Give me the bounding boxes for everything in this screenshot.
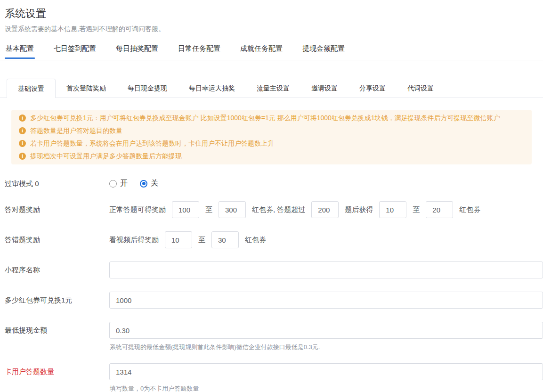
coupon-rate-input[interactable]: [109, 292, 543, 309]
radio-icon: [140, 180, 147, 188]
correct-reward-extra-max-input[interactable]: [426, 201, 453, 218]
tab-daily-lucky-draw[interactable]: 每日幸运大抽奖: [178, 79, 246, 98]
alert-text: 若卡用户答题数量，系统将会在用户达到该答题数时，卡住用户不让用户答题数上升: [30, 137, 274, 150]
min-withdraw-label: 最低提现金额: [5, 322, 109, 335]
form-row-coupon-exchange-rate: 多少红包券可兑换1元: [5, 292, 543, 309]
form-row-miniapp-name: 小程序名称: [5, 261, 543, 278]
radio-option-off[interactable]: 关: [140, 179, 158, 188]
tab-withdraw-amount-config[interactable]: 提现金额配置: [301, 41, 346, 60]
wrong-reward-max-input[interactable]: [211, 231, 239, 248]
info-alert: 多少红包券可兑换1元：用户可将红包券兑换成至现金账户 比如设置1000红包券=1…: [11, 110, 532, 164]
tab-traffic-owner-settings[interactable]: 流量主设置: [246, 79, 300, 98]
audit-mode-radio-group: 开 关: [109, 179, 158, 188]
wrong-reward-prefix: 看视频后得奖励: [109, 236, 159, 245]
correct-reward-controls: 正常答题可得奖励 至 红包券, 答题超过 题后获得 至 红包券: [109, 201, 486, 218]
range-to-text: 至: [198, 236, 205, 245]
top-tabbar: 基本配置 七日签到配置 每日抽奖配置 日常任务配置 成就任务配置 提现金额配置: [0, 41, 543, 60]
miniapp-name-label: 小程序名称: [5, 261, 109, 275]
tab-first-login-reward[interactable]: 首次登陆奖励: [56, 79, 117, 98]
tab-basic-config[interactable]: 基本配置: [5, 41, 35, 60]
miniapp-name-controls: [109, 261, 543, 278]
system-settings-page: 系统设置 设置系统需要的基本信息,若遇到不理解的可询问客服。 基本配置 七日签到…: [0, 7, 543, 392]
correct-reward-suffix: 红包券: [459, 205, 480, 214]
radio-icon: [109, 180, 117, 188]
min-withdraw-help: 系统可提现的最低金额(提现规则首此条件影响)微信企业付款接口最低是0.3元.: [109, 343, 543, 351]
min-withdraw-controls: 系统可提现的最低金额(提现规则首此条件影响)微信企业付款接口最低是0.3元.: [109, 322, 543, 351]
wrong-reward-suffix: 红包券: [245, 236, 266, 245]
alert-text: 多少红包券可兑换1元：用户可将红包券兑换成至现金账户 比如设置1000红包券=1…: [30, 112, 500, 124]
form-row-audit-mode: 过审模式 0 开 关: [5, 179, 543, 188]
tab-seven-day-signin-config[interactable]: 七日签到配置: [53, 41, 97, 60]
correct-reward-after-text: 题后获得: [345, 205, 373, 214]
audit-mode-label: 过审模式 0: [5, 179, 109, 188]
alert-line: 多少红包券可兑换1元：用户可将红包券兑换成至现金账户 比如设置1000红包券=1…: [19, 112, 524, 124]
page-title: 系统设置: [5, 7, 543, 21]
tab-daily-task-config[interactable]: 日常任务配置: [177, 41, 221, 60]
tab-achievement-task-config[interactable]: 成就任务配置: [239, 41, 284, 60]
range-to-text: 至: [205, 205, 212, 214]
correct-reward-threshold-input[interactable]: [311, 201, 339, 218]
radio-label: 开: [120, 179, 128, 188]
wrong-reward-label: 答错题奖励: [5, 231, 109, 245]
radio-label: 关: [151, 179, 158, 188]
correct-reward-label: 答对题奖励: [5, 201, 109, 214]
wrong-reward-min-input[interactable]: [165, 231, 192, 248]
tab-invite-settings[interactable]: 邀请设置: [300, 79, 348, 98]
page-subtitle: 设置系统需要的基本信息,若遇到不理解的可询问客服。: [5, 25, 543, 33]
alert-line: 若卡用户答题数量，系统将会在用户达到该答题数时，卡住用户不让用户答题数上升: [19, 137, 524, 150]
lock-answer-count-help: 填写数量，0为不卡用户答题数量: [109, 384, 543, 392]
alert-text: 提现档次中可设置用户满足多少答题数量后方能提现: [30, 150, 182, 163]
coupon-rate-label: 多少红包券可兑换1元: [5, 292, 109, 305]
coupon-rate-controls: [109, 292, 543, 309]
info-icon: [19, 114, 26, 122]
correct-reward-extra-min-input[interactable]: [379, 201, 406, 218]
inner-tabbar: 基础设置 首次登陆奖励 每日现金提现 每日幸运大抽奖 流量主设置 邀请设置 分享…: [0, 79, 543, 98]
form-row-correct-answer-reward: 答对题奖励 正常答题可得奖励 至 红包券, 答题超过 题后获得 至 红包券: [5, 201, 543, 218]
correct-reward-min-input[interactable]: [172, 201, 199, 218]
lock-answer-count-label: 卡用户答题数量: [5, 363, 109, 376]
radio-option-on[interactable]: 开: [109, 179, 128, 188]
tab-keyword-settings[interactable]: 代词设置: [397, 79, 445, 98]
alert-line: 提现档次中可设置用户满足多少答题数量后方能提现: [19, 150, 524, 163]
lock-answer-count-input[interactable]: [109, 363, 543, 380]
correct-reward-mid-text: 红包券, 答题超过: [252, 205, 305, 214]
wrong-reward-controls: 看视频后得奖励 至 红包券: [109, 231, 272, 248]
form-row-lock-answer-count: 卡用户答题数量 填写数量，0为不卡用户答题数量: [5, 363, 543, 392]
info-icon: [19, 127, 26, 134]
alert-line: 答题数量是用户答对题目的数量: [19, 124, 524, 137]
form-row-wrong-answer-reward: 答错题奖励 看视频后得奖励 至 红包券: [5, 231, 543, 248]
tab-basic-settings[interactable]: 基础设置: [7, 79, 56, 98]
tab-share-settings[interactable]: 分享设置: [348, 79, 397, 98]
correct-reward-prefix: 正常答题可得奖励: [109, 205, 166, 214]
min-withdraw-input[interactable]: [109, 322, 543, 339]
alert-text: 答题数量是用户答对题目的数量: [30, 124, 122, 137]
correct-reward-max-input[interactable]: [219, 201, 246, 218]
miniapp-name-input[interactable]: [109, 261, 543, 278]
info-icon: [19, 153, 26, 160]
range-to-text: 至: [413, 205, 420, 214]
settings-form: 过审模式 0 开 关 答对题奖励 正常答题可得奖励 至 红包券, 答题超过: [0, 179, 543, 392]
form-row-min-withdraw: 最低提现金额 系统可提现的最低金额(提现规则首此条件影响)微信企业付款接口最低是…: [5, 322, 543, 351]
tab-daily-lottery-config[interactable]: 每日抽奖配置: [115, 41, 159, 60]
info-icon: [19, 140, 26, 147]
lock-answer-count-controls: 填写数量，0为不卡用户答题数量: [109, 363, 543, 392]
tab-daily-cash-withdraw[interactable]: 每日现金提现: [117, 79, 178, 98]
